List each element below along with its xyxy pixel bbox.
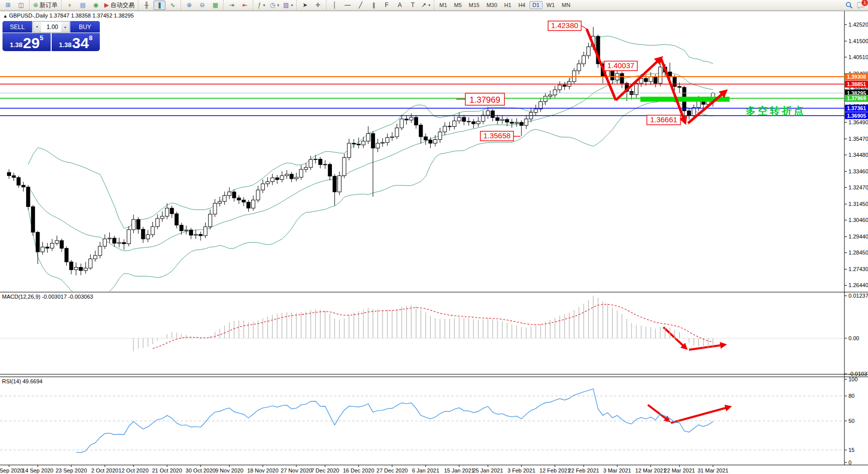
- trendline-button[interactable]: ╱: [355, 1, 367, 10]
- indicators-button[interactable]: ƒ▾: [255, 1, 267, 10]
- candle: [563, 85, 566, 87]
- candle: [620, 74, 624, 83]
- periods-button[interactable]: ◷▾: [268, 1, 281, 10]
- new-chart-button[interactable]: ⊞: [2, 1, 14, 10]
- auto-scroll-button[interactable]: ⇥: [226, 1, 238, 10]
- rsi-axis-tick: 0: [848, 459, 851, 465]
- arrows-button[interactable]: ↗▾: [420, 1, 432, 10]
- timeframe-button-w1[interactable]: W1: [544, 1, 558, 9]
- buy-button[interactable]: BUY: [70, 21, 100, 33]
- candle: [553, 90, 557, 95]
- notifications-icon[interactable]: 1: [857, 2, 865, 9]
- candle: [70, 262, 73, 270]
- timeframe-button-h1[interactable]: H1: [501, 1, 514, 9]
- horizontal-line-button[interactable]: —: [341, 1, 354, 10]
- data-window-button[interactable]: ▤: [77, 1, 89, 10]
- candlestick-chart-button[interactable]: ❚: [153, 1, 165, 10]
- text-button[interactable]: A: [394, 1, 406, 10]
- buy-price[interactable]: 1.38 34 8: [52, 33, 100, 51]
- channel-button[interactable]: ∥: [368, 1, 380, 10]
- price-axis-tick: 1.42520: [848, 22, 868, 28]
- candle: [510, 122, 513, 123]
- date-axis-label: 21 Oct 2020: [152, 467, 182, 473]
- line-chart-button[interactable]: ∿: [166, 1, 179, 10]
- date-axis-label: 22 Feb 2021: [568, 467, 599, 473]
- zoom-in-button[interactable]: ⊕: [183, 1, 195, 10]
- candle: [180, 225, 183, 230]
- volume-input[interactable]: 1.00: [41, 22, 61, 32]
- mt4-terminal-window: { "toolbar": { "groups": [ {"items":[{"n…: [0, 0, 868, 474]
- candle: [318, 159, 322, 165]
- candle: [290, 174, 293, 179]
- candle: [60, 241, 64, 249]
- autotrading-button-label: 自动交易: [110, 1, 134, 10]
- new-order-button[interactable]: ⊕新订单: [32, 1, 59, 10]
- candle: [323, 164, 327, 165]
- candle: [285, 174, 288, 176]
- macd-indicator-label: MACD(12,26,9) -0.003017 -0.003063: [2, 294, 93, 300]
- candle: [55, 241, 59, 244]
- symbol-ohlc-text: GBPUSD-,Daily 1.37847 1.38358 1.37452 1.…: [9, 13, 134, 19]
- timeframe-button-m15[interactable]: M15: [466, 1, 482, 9]
- price-axis-tick: 1.34480: [848, 152, 868, 158]
- vertical-line-button[interactable]: │: [328, 1, 340, 10]
- market-watch-button[interactable]: ♦: [64, 1, 76, 10]
- timeframe-button-m5[interactable]: M5: [451, 1, 465, 9]
- candle: [218, 201, 222, 203]
- fibonacci-button-icon: F: [385, 2, 388, 8]
- volume-decrease-button[interactable]: ▼: [33, 22, 41, 32]
- new-order-button-icon: ⊕: [33, 2, 38, 8]
- candle: [337, 176, 341, 192]
- trend-arrow-rsi: [671, 407, 730, 423]
- candle: [687, 111, 691, 116]
- candle: [410, 117, 413, 120]
- bar-chart-button-icon: ╫: [144, 2, 149, 8]
- crosshair-button-icon: ✛: [315, 2, 320, 8]
- timeframe-button-h4[interactable]: H4: [515, 1, 529, 9]
- cursor-button[interactable]: ➤: [299, 1, 311, 10]
- timeframe-button-mn[interactable]: MN: [559, 1, 573, 9]
- crosshair-button[interactable]: ✛: [312, 1, 324, 10]
- templates-button-icon: ▨: [283, 2, 289, 8]
- buy-price-big: 34: [72, 37, 89, 50]
- candle: [491, 111, 494, 118]
- buy-price-pip: 8: [89, 34, 92, 42]
- data-window-button-icon: ▤: [80, 2, 85, 8]
- bar-chart-button[interactable]: ╫: [140, 1, 152, 10]
- candle: [132, 219, 135, 229]
- toolbar-group: ƒ▾◷▾▨▾: [253, 0, 296, 10]
- fibonacci-button[interactable]: F: [381, 1, 393, 10]
- buy-price-small: 1.38: [59, 41, 72, 49]
- timeframe-button-m1[interactable]: M1: [436, 1, 450, 9]
- candle: [678, 87, 681, 88]
- price-axis-tick: 1.30460: [848, 217, 868, 223]
- autotrading-button[interactable]: ▶自动交易: [103, 1, 136, 10]
- candle: [17, 177, 21, 185]
- zoom-out-button[interactable]: ⊖: [196, 1, 208, 10]
- templates-button[interactable]: ▨▾: [282, 1, 294, 10]
- periods-button-icon: ◷: [270, 2, 275, 8]
- sell-price[interactable]: 1.38 29 5: [3, 33, 51, 51]
- candle: [50, 244, 54, 249]
- chart-shift-button[interactable]: ⇤: [239, 1, 251, 10]
- svg-text:1.39308: 1.39308: [847, 74, 866, 80]
- candle: [500, 119, 504, 120]
- search-icon[interactable]: [845, 2, 853, 9]
- candle: [213, 203, 217, 214]
- sell-button[interactable]: SELL: [3, 21, 32, 33]
- chart-overview-button[interactable]: ◫: [15, 1, 27, 10]
- timeframe-button-m30[interactable]: M30: [483, 1, 500, 9]
- chevron-down-icon: ▾: [291, 3, 293, 8]
- candle: [160, 216, 164, 219]
- chart-canvas[interactable]: 1.423801.400371.379691.356581.36661多空转折点…: [0, 10, 868, 474]
- price-axis-tick: 1.26440: [848, 282, 868, 288]
- candle: [544, 96, 547, 102]
- candle: [237, 198, 241, 200]
- candle: [481, 115, 485, 121]
- tile-windows-button[interactable]: ▦: [209, 1, 221, 10]
- signals-button[interactable]: ◉: [90, 1, 102, 10]
- timeframe-button-d1[interactable]: D1: [530, 1, 543, 9]
- collapse-panel-icon[interactable]: ▲: [3, 14, 8, 19]
- volume-increase-button[interactable]: ▲: [61, 22, 69, 32]
- label-button[interactable]: T: [407, 1, 419, 10]
